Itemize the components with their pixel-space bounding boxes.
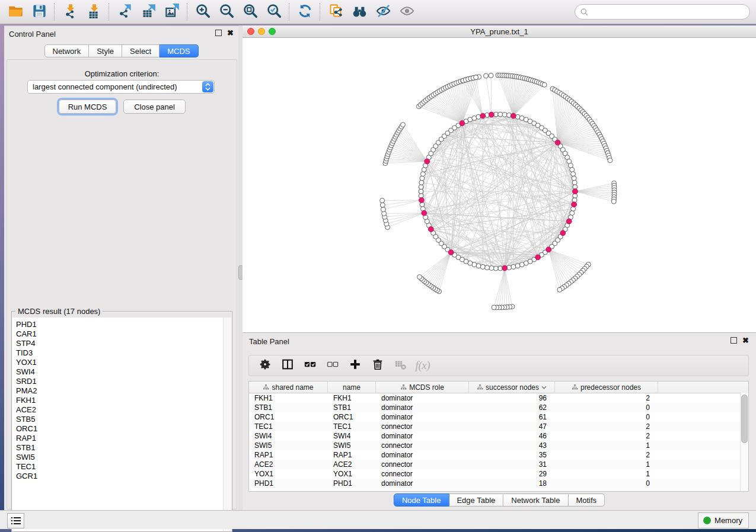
graph-dominator-node[interactable]	[460, 121, 465, 126]
trash-button[interactable]	[366, 357, 389, 374]
table-row[interactable]: ORC1ORC1dominator610	[249, 412, 748, 422]
graph-dominator-node[interactable]	[425, 159, 430, 164]
mcds-result-item[interactable]: SWI4	[16, 367, 231, 377]
mcds-result-item[interactable]: SRD1	[16, 377, 231, 386]
table-row[interactable]: SWI5SWI5connector431	[249, 441, 748, 450]
mcds-result-item[interactable]: STB1	[16, 443, 231, 453]
close-panel-icon[interactable]: ✖	[742, 337, 749, 344]
column-header-successor-nodes[interactable]: successor nodes	[469, 382, 555, 393]
refresh-layout-button[interactable]	[293, 2, 317, 22]
save-session-button[interactable]	[27, 2, 51, 22]
table-scrollbar-thumb[interactable]	[741, 395, 748, 443]
check-pair-button[interactable]	[299, 357, 321, 374]
cell-name: RAP1	[328, 451, 376, 459]
column-header-name[interactable]: name	[328, 382, 376, 393]
graph-dominator-node[interactable]	[566, 219, 572, 224]
column-header-shared-name[interactable]: shared name	[249, 382, 328, 393]
criterion-dropdown[interactable]: largest connected component (undirected)	[27, 80, 215, 94]
mcds-result-item[interactable]: RAP1	[16, 434, 231, 443]
search-box[interactable]	[575, 4, 750, 20]
memory-button[interactable]: Memory	[698, 512, 749, 528]
plus-button[interactable]	[344, 357, 366, 374]
zoom-selected-button[interactable]	[262, 2, 286, 22]
mcds-result-item[interactable]: ACE2	[16, 405, 231, 415]
import-network-button[interactable]	[58, 2, 82, 22]
mcds-result-item[interactable]: YOX1	[16, 358, 231, 367]
first-neighbors-button[interactable]	[347, 2, 371, 22]
duplicate-network-button[interactable]	[324, 2, 347, 22]
run-mcds-button[interactable]: Run MCDS	[59, 100, 116, 114]
mcds-result-item[interactable]: PHD1	[16, 320, 231, 329]
mcds-result-item[interactable]: STP4	[16, 339, 231, 348]
node-table[interactable]: shared namenameMCDS rolesuccessor nodesp…	[248, 381, 749, 492]
table-scrollbar[interactable]	[740, 393, 748, 491]
graph-dominator-node[interactable]	[546, 247, 551, 252]
float-panel-icon[interactable]	[731, 337, 737, 344]
mcds-result-item[interactable]: STB5	[16, 415, 231, 424]
zoom-out-button[interactable]	[215, 2, 238, 22]
graph-dominator-node[interactable]	[448, 250, 454, 255]
table-row[interactable]: YOX1YOX1connector291	[249, 469, 748, 479]
tab-select[interactable]: Select	[122, 44, 160, 57]
columns-button[interactable]	[276, 357, 299, 374]
tab-style[interactable]: Style	[89, 44, 122, 57]
table-row[interactable]: TEC1TEC1connector472	[249, 422, 748, 431]
export-image-button[interactable]	[160, 2, 184, 22]
network-graph[interactable]	[243, 38, 756, 332]
graph-dominator-node[interactable]	[511, 113, 516, 118]
criterion-dropdown-value: largest connected component (undirected)	[28, 82, 202, 91]
graph-dominator-node[interactable]	[555, 140, 560, 145]
graph-dominator-node[interactable]	[573, 189, 578, 194]
gear-button[interactable]	[254, 357, 276, 374]
mcds-result-item[interactable]: SWI5	[16, 453, 231, 462]
table-row[interactable]: PHD1PHD1dominator180	[249, 479, 748, 488]
tab-motifs[interactable]: Motifs	[568, 493, 605, 507]
mcds-result-item[interactable]: PMA2	[16, 386, 231, 396]
mcds-result-item[interactable]: TID3	[16, 348, 231, 358]
network-window-titlebar[interactable]: YPA_prune.txt_1	[243, 25, 756, 38]
float-panel-icon[interactable]	[215, 30, 222, 36]
task-history-button[interactable]	[7, 513, 24, 528]
tab-network[interactable]: Network	[44, 44, 89, 57]
column-header-MCDS-role[interactable]: MCDS role	[376, 382, 469, 393]
graph-dominator-node[interactable]	[572, 202, 577, 207]
tab-mcds[interactable]: MCDS	[160, 44, 198, 57]
mcds-list-scrollbar[interactable]	[223, 318, 231, 531]
import-table-button[interactable]	[82, 2, 106, 22]
search-input[interactable]	[592, 5, 749, 18]
table-row[interactable]: RAP1RAP1dominator352	[249, 450, 748, 460]
close-panel-icon[interactable]: ✖	[227, 30, 234, 36]
mcds-result-item[interactable]: GCR1	[16, 472, 231, 481]
graph-dominator-node[interactable]	[560, 230, 566, 236]
mcds-result-item[interactable]: CAR1	[16, 329, 231, 339]
export-table-button[interactable]	[136, 2, 160, 22]
mcds-result-item[interactable]: FKH1	[16, 396, 231, 405]
table-row[interactable]: STB1STB1dominator620	[249, 403, 748, 412]
table-row[interactable]: SWI4SWI4dominator462	[249, 431, 748, 441]
graph-dominator-node[interactable]	[419, 197, 424, 203]
graph-dominator-node[interactable]	[489, 112, 494, 117]
mcds-result-item[interactable]: TEC1	[16, 462, 231, 472]
mcds-result-list[interactable]: PHD1CAR1STP4TID3YOX1SWI4SRD1PMA2FKH1ACE2…	[12, 318, 231, 531]
graph-dominator-node[interactable]	[480, 113, 486, 118]
graph-dominator-node[interactable]	[502, 265, 508, 271]
column-header-predecessor-nodes[interactable]: predecessor nodes	[555, 382, 658, 393]
open-file-button[interactable]	[4, 2, 27, 22]
table-row[interactable]: FKH1FKH1dominator962	[249, 393, 748, 403]
show-all-button[interactable]	[395, 2, 419, 22]
tab-edge-table[interactable]: Edge Table	[449, 493, 503, 507]
zoom-fit-button[interactable]	[238, 2, 262, 22]
network-canvas[interactable]	[243, 38, 756, 332]
graph-dominator-node[interactable]	[428, 227, 433, 232]
graph-dominator-node[interactable]	[535, 255, 541, 260]
mcds-result-item[interactable]: ORC1	[16, 424, 231, 434]
tab-network-table[interactable]: Network Table	[503, 493, 568, 507]
table-row[interactable]: ACE2ACE2connector311	[249, 460, 748, 469]
close-panel-button[interactable]: Close panel	[123, 100, 186, 114]
hide-selected-button[interactable]	[371, 2, 395, 22]
uncheck-pair-button[interactable]	[321, 357, 344, 374]
tab-node-table[interactable]: Node Table	[394, 493, 449, 507]
zoom-in-button[interactable]	[191, 2, 215, 22]
export-network-button[interactable]	[113, 2, 136, 22]
graph-dominator-node[interactable]	[422, 210, 427, 216]
